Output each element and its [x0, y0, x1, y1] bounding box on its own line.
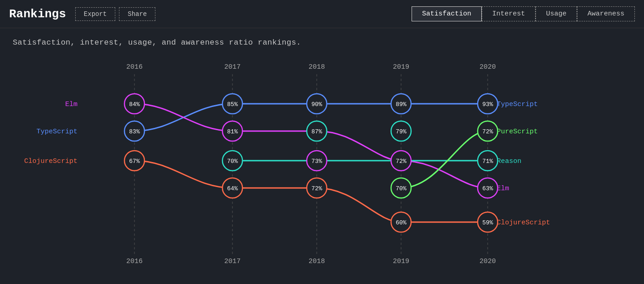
svg-text:90%: 90%	[311, 101, 322, 108]
svg-text:ClojureScript: ClojureScript	[24, 157, 77, 165]
svg-text:81%: 81%	[227, 128, 238, 135]
tab-satisfaction[interactable]: Satisfaction	[412, 6, 482, 21]
svg-text:2016: 2016	[126, 63, 143, 71]
svg-text:TypeScript: TypeScript	[36, 128, 77, 136]
tab-awareness[interactable]: Awareness	[577, 6, 635, 21]
subtitle-text: Satisfaction, interest, usage, and aware…	[0, 28, 644, 51]
svg-text:70%: 70%	[396, 185, 407, 192]
tab-group: Satisfaction Interest Usage Awareness	[412, 6, 635, 21]
svg-text:89%: 89%	[396, 101, 407, 108]
svg-text:TypeScript: TypeScript	[497, 101, 538, 108]
chart-area: 2016 2017 2018 2019 2020 2016 2017 2018 …	[0, 51, 644, 270]
svg-text:2016: 2016	[126, 258, 143, 265]
header: Rankings Export Share Satisfaction Inter…	[0, 0, 644, 28]
tab-usage[interactable]: Usage	[536, 6, 577, 21]
svg-text:2017: 2017	[224, 63, 241, 71]
svg-text:72%: 72%	[396, 158, 407, 165]
svg-text:64%: 64%	[227, 185, 238, 192]
svg-text:70%: 70%	[227, 158, 238, 165]
svg-text:79%: 79%	[396, 128, 407, 135]
svg-text:63%: 63%	[482, 185, 493, 192]
svg-text:85%: 85%	[227, 101, 238, 108]
rankings-chart: 2016 2017 2018 2019 2020 2016 2017 2018 …	[0, 51, 644, 270]
svg-text:60%: 60%	[396, 219, 407, 226]
svg-text:2020: 2020	[479, 63, 496, 71]
svg-text:2017: 2017	[224, 258, 241, 265]
svg-text:ClojureScript: ClojureScript	[497, 219, 550, 227]
svg-text:Elm: Elm	[65, 101, 77, 108]
svg-text:Elm: Elm	[497, 185, 509, 193]
svg-text:2020: 2020	[479, 258, 496, 265]
svg-text:71%: 71%	[482, 158, 493, 165]
svg-text:59%: 59%	[482, 219, 493, 226]
svg-text:73%: 73%	[311, 158, 322, 165]
svg-text:87%: 87%	[311, 128, 322, 135]
share-button[interactable]: Share	[119, 7, 155, 21]
svg-text:72%: 72%	[482, 128, 493, 135]
svg-text:Reason: Reason	[497, 157, 521, 165]
svg-text:84%: 84%	[129, 101, 140, 108]
svg-text:PureScript: PureScript	[497, 128, 538, 136]
svg-text:2018: 2018	[309, 63, 325, 71]
svg-text:2019: 2019	[393, 258, 409, 265]
tab-interest[interactable]: Interest	[482, 6, 536, 21]
page-title: Rankings	[9, 7, 66, 21]
export-button[interactable]: Export	[75, 7, 115, 21]
svg-text:67%: 67%	[129, 158, 140, 165]
svg-text:93%: 93%	[482, 101, 493, 108]
svg-text:2019: 2019	[393, 63, 409, 71]
svg-text:2018: 2018	[309, 258, 325, 265]
svg-text:72%: 72%	[311, 185, 322, 192]
svg-text:83%: 83%	[129, 128, 140, 135]
